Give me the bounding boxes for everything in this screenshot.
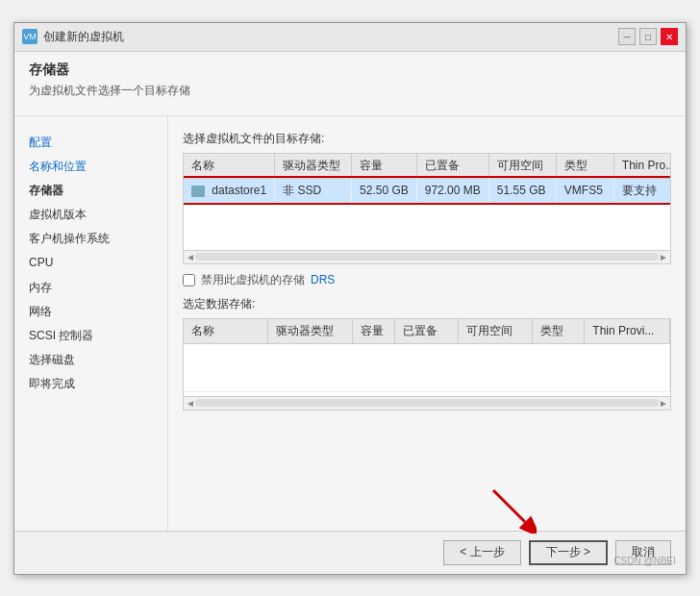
main-panel: 选择虚拟机文件的目标存储: 名称 驱动器类型 容量 已置备 可用空间 类型 (168, 116, 686, 531)
close-button[interactable]: ✕ (661, 28, 678, 45)
select-storage-table-container: 名称 驱动器类型 容量 已置备 可用空间 类型 Thin Provi... (183, 318, 671, 410)
empty-row (184, 343, 670, 391)
sel-col-name: 名称 (184, 319, 268, 344)
sidebar-item-version[interactable]: 虚拟机版本 (24, 203, 158, 227)
sel-col-type: 类型 (532, 319, 585, 344)
table-row[interactable]: datastore1 非 SSD 52.50 GB 972.00 MB 51.5… (184, 178, 670, 203)
row-name-text: datastore1 (212, 184, 266, 197)
row-driver-type: 非 SSD (275, 178, 352, 203)
maximize-button[interactable]: □ (639, 28, 657, 45)
bottom-scrollbar-track (195, 399, 659, 407)
sel-col-driver-type: 驱动器类型 (268, 319, 353, 344)
datastore-scroll-area[interactable]: 名称 驱动器类型 容量 已置备 可用空间 类型 Thin Pro... (184, 154, 670, 250)
col-driver-type: 驱动器类型 (275, 154, 352, 179)
datastore-table-container: 名称 驱动器类型 容量 已置备 可用空间 类型 Thin Pro... (183, 153, 671, 264)
page-header: 存储器 为虚拟机文件选择一个目标存储 (14, 52, 686, 116)
col-free-space: 可用空间 (488, 154, 556, 179)
content-area: 配置 名称和位置 存储器 虚拟机版本 客户机操作系统 CPU 内存 网络 SCS… (14, 116, 686, 531)
drs-label-prefix: 禁用此虚拟机的存储 (201, 272, 305, 288)
sidebar-item-config[interactable]: 配置 (24, 131, 158, 155)
sidebar-item-name[interactable]: 名称和位置 (24, 155, 158, 179)
window-icon: VM (22, 29, 38, 44)
row-free-space: 51.55 GB (488, 178, 556, 203)
table-label: 选择虚拟机文件的目标存储: (183, 131, 671, 147)
row-thin-prov: 要支持 (613, 178, 670, 203)
bottom-table-scrollbar[interactable]: ◄ ► (184, 396, 670, 410)
svg-line-1 (493, 490, 525, 522)
row-type: VMFS5 (556, 178, 613, 203)
checkbox-row: 禁用此虚拟机的存储 DRS (183, 272, 671, 288)
top-table-scrollbar[interactable]: ◄ ► (184, 250, 670, 263)
sidebar-item-disk[interactable]: 选择磁盘 (24, 348, 158, 372)
col-capacity: 容量 (352, 154, 417, 179)
sidebar-item-os[interactable]: 客户机操作系统 (24, 227, 158, 251)
col-name: 名称 (184, 154, 275, 179)
main-window: VM 创建新的虚拟机 ─ □ ✕ 存储器 为虚拟机文件选择一个目标存储 配置 名… (13, 22, 687, 575)
sidebar-item-memory[interactable]: 内存 (24, 276, 158, 300)
title-bar: VM 创建新的虚拟机 ─ □ ✕ (14, 23, 686, 52)
sidebar-item-finish[interactable]: 即将完成 (24, 372, 158, 396)
drs-label-link: DRS (311, 273, 335, 286)
sidebar-item-cpu[interactable]: CPU (24, 251, 158, 275)
page-description: 为虚拟机文件选择一个目标存储 (29, 83, 671, 99)
select-storage-table: 名称 驱动器类型 容量 已置备 可用空间 类型 Thin Provi... (184, 319, 670, 392)
sidebar-item-scsi[interactable]: SCSI 控制器 (24, 324, 158, 348)
drs-checkbox[interactable] (183, 274, 195, 286)
next-button[interactable]: 下一步 > (529, 540, 608, 565)
sidebar: 配置 名称和位置 存储器 虚拟机版本 客户机操作系统 CPU 内存 网络 SCS… (14, 116, 168, 531)
window-controls: ─ □ ✕ (618, 28, 678, 45)
minimize-button[interactable]: ─ (618, 28, 636, 45)
datastore-icon (191, 186, 205, 197)
select-storage-label: 选定数据存储: (183, 296, 671, 312)
sidebar-item-storage[interactable]: 存储器 (24, 179, 158, 203)
col-thin-prov: Thin Pro... (613, 154, 670, 179)
select-storage-scroll-area[interactable]: 名称 驱动器类型 容量 已置备 可用空间 类型 Thin Provi... (184, 319, 670, 396)
sel-col-thin-prov: Thin Provi... (585, 319, 670, 344)
red-arrow (488, 485, 537, 534)
datastore-table: 名称 驱动器类型 容量 已置备 可用空间 类型 Thin Pro... (184, 154, 670, 204)
window-title: 创建新的虚拟机 (43, 29, 124, 45)
sel-col-free-space: 可用空间 (459, 319, 533, 344)
sidebar-item-network[interactable]: 网络 (24, 300, 158, 324)
col-type: 类型 (556, 154, 613, 179)
sel-col-provisioned: 已置备 (395, 319, 459, 344)
row-name: datastore1 (184, 178, 275, 203)
back-button[interactable]: < 上一步 (443, 540, 520, 565)
footer: < 上一步 下一步 > 取消 (14, 531, 686, 574)
scrollbar-track (195, 253, 659, 261)
row-capacity: 52.50 GB (352, 178, 417, 203)
sel-col-capacity: 容量 (352, 319, 395, 344)
watermark: CSDN @NBEI (613, 556, 676, 566)
row-provisioned: 972.00 MB (416, 178, 488, 203)
col-provisioned: 已置备 (416, 154, 488, 179)
page-title: 存储器 (29, 62, 671, 79)
